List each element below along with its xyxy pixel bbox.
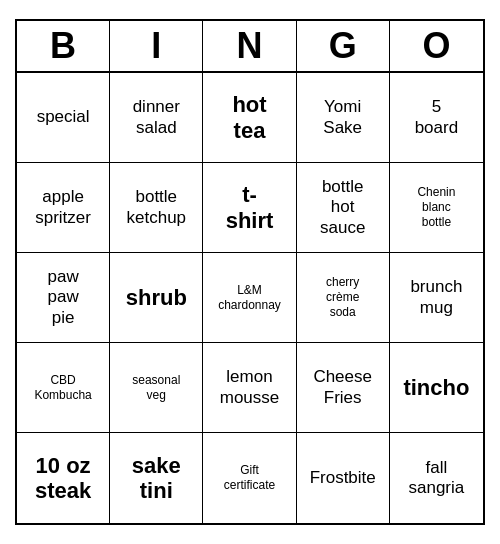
bingo-cell: Giftcertificate [203, 433, 296, 523]
bingo-cell: tincho [390, 343, 483, 433]
bingo-cell: hottea [203, 73, 296, 163]
bingo-cell: brunchmug [390, 253, 483, 343]
bingo-cell: CBDKombucha [17, 343, 110, 433]
bingo-cell: saketini [110, 433, 203, 523]
bingo-grid: specialdinnersaladhotteaYomiSake5boardap… [17, 73, 483, 523]
bingo-cell: shrub [110, 253, 203, 343]
bingo-cell: 5board [390, 73, 483, 163]
bingo-cell: pawpawpie [17, 253, 110, 343]
bingo-cell: special [17, 73, 110, 163]
bingo-cell: CheeseFries [297, 343, 390, 433]
bingo-cell: Cheninblancbottle [390, 163, 483, 253]
bingo-cell: bottlehotsauce [297, 163, 390, 253]
bingo-cell: seasonalveg [110, 343, 203, 433]
bingo-cell: fallsangria [390, 433, 483, 523]
header-letter: I [110, 21, 203, 71]
bingo-cell: lemonmousse [203, 343, 296, 433]
bingo-cell: bottleketchup [110, 163, 203, 253]
bingo-card: BINGO specialdinnersaladhotteaYomiSake5b… [15, 19, 485, 525]
bingo-cell: dinnersalad [110, 73, 203, 163]
header-letter: N [203, 21, 296, 71]
header-letter: O [390, 21, 483, 71]
bingo-cell: Frostbite [297, 433, 390, 523]
header-letter: B [17, 21, 110, 71]
bingo-cell: 10 ozsteak [17, 433, 110, 523]
bingo-cell: t-shirt [203, 163, 296, 253]
bingo-cell: L&Mchardonnay [203, 253, 296, 343]
bingo-header: BINGO [17, 21, 483, 73]
bingo-cell: cherrycrèmesoda [297, 253, 390, 343]
header-letter: G [297, 21, 390, 71]
bingo-cell: YomiSake [297, 73, 390, 163]
bingo-cell: applespritzer [17, 163, 110, 253]
